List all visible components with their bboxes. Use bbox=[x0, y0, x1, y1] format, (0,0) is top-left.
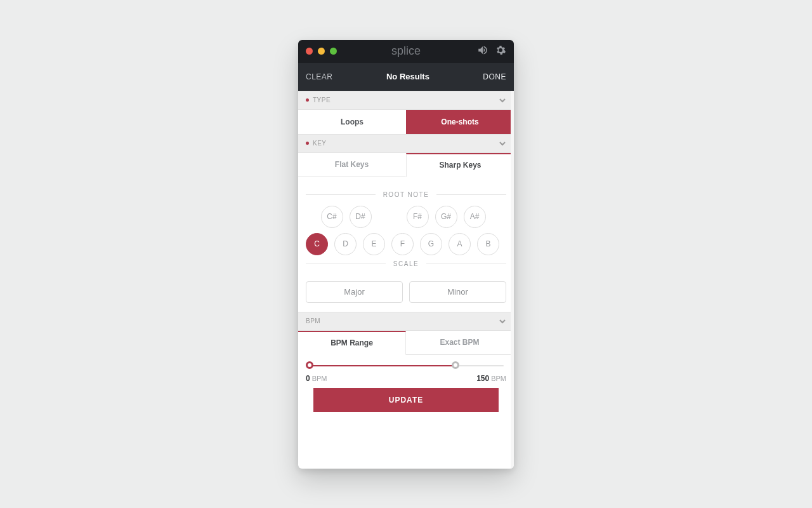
note-a-sharp[interactable]: A# bbox=[464, 206, 486, 228]
done-button[interactable]: DONE bbox=[483, 72, 506, 81]
bpm-slider-area: 0BPM 150BPM UPDATE bbox=[298, 355, 514, 420]
active-indicator-dot bbox=[306, 98, 309, 102]
key-header[interactable]: KEY bbox=[298, 134, 514, 153]
actionbar: CLEAR No Results DONE bbox=[298, 63, 514, 91]
filter-panel: TYPE Loops One-shots KEY Flat Keys Sharp… bbox=[298, 91, 514, 469]
root-note-label: ROOT NOTE bbox=[306, 191, 506, 198]
scale-row: Major Minor bbox=[298, 281, 514, 312]
note-b[interactable]: B bbox=[477, 233, 499, 255]
note-e[interactable]: E bbox=[363, 233, 385, 255]
results-title: No Results bbox=[386, 72, 429, 81]
titlebar: splice bbox=[298, 40, 514, 63]
root-note-area: ROOT NOTE C# D# F# G# A# C D E F G A bbox=[298, 177, 514, 281]
note-d[interactable]: D bbox=[334, 233, 357, 255]
note-c-sharp[interactable]: C# bbox=[321, 206, 343, 228]
active-indicator-dot bbox=[306, 142, 309, 145]
note-d-sharp[interactable]: D# bbox=[350, 206, 372, 228]
tab-bpm-range[interactable]: BPM Range bbox=[298, 331, 406, 355]
note-f[interactable]: F bbox=[391, 233, 414, 255]
minimize-icon[interactable] bbox=[318, 48, 325, 55]
bpm-labels: 0BPM 150BPM bbox=[306, 374, 506, 383]
bpm-min-value: 0 bbox=[306, 374, 310, 383]
bpm-unit: BPM bbox=[312, 375, 327, 382]
bpm-slider[interactable] bbox=[308, 364, 504, 368]
scrollbar[interactable] bbox=[511, 91, 514, 469]
bpm-handle-max[interactable] bbox=[452, 361, 459, 369]
bpm-header[interactable]: BPM bbox=[298, 312, 514, 331]
bpm-tabs: BPM Range Exact BPM bbox=[298, 331, 514, 355]
tab-sharp-keys[interactable]: Sharp Keys bbox=[406, 153, 514, 177]
close-icon[interactable] bbox=[306, 48, 313, 55]
type-option-oneshots[interactable]: One-shots bbox=[406, 110, 514, 134]
bpm-header-label: BPM bbox=[306, 318, 320, 324]
note-g-sharp[interactable]: G# bbox=[435, 206, 457, 228]
clear-button[interactable]: CLEAR bbox=[306, 72, 333, 81]
type-toggle: Loops One-shots bbox=[298, 110, 514, 134]
note-f-sharp[interactable]: F# bbox=[407, 206, 429, 228]
note-g[interactable]: G bbox=[420, 233, 442, 255]
type-option-loops[interactable]: Loops bbox=[298, 110, 406, 134]
update-button[interactable]: UPDATE bbox=[313, 388, 499, 412]
note-spacer bbox=[378, 206, 400, 228]
tab-flat-keys[interactable]: Flat Keys bbox=[298, 153, 406, 177]
note-c[interactable]: C bbox=[306, 233, 328, 255]
app-window: splice CLEAR No Results DONE TYPE Loops … bbox=[298, 40, 514, 469]
type-header[interactable]: TYPE bbox=[298, 91, 514, 110]
type-header-label: TYPE bbox=[313, 97, 331, 104]
scale-label: SCALE bbox=[306, 260, 506, 267]
scale-minor-button[interactable]: Minor bbox=[409, 281, 506, 303]
note-a[interactable]: A bbox=[449, 233, 471, 255]
key-header-label: KEY bbox=[313, 140, 327, 147]
volume-icon[interactable] bbox=[477, 44, 488, 58]
bpm-unit: BPM bbox=[491, 375, 506, 382]
note-grid: C# D# F# G# A# C D E F G A B bbox=[306, 206, 506, 255]
key-tabs: Flat Keys Sharp Keys bbox=[298, 153, 514, 177]
chevron-down-icon bbox=[499, 97, 506, 104]
bpm-max-value: 150 bbox=[476, 374, 489, 383]
scale-major-button[interactable]: Major bbox=[306, 281, 403, 303]
chevron-down-icon bbox=[499, 318, 506, 325]
chevron-down-icon bbox=[499, 140, 506, 147]
tab-exact-bpm[interactable]: Exact BPM bbox=[406, 331, 514, 355]
bpm-handle-min[interactable] bbox=[306, 361, 313, 369]
traffic-lights bbox=[306, 48, 337, 55]
gear-icon[interactable] bbox=[495, 44, 506, 58]
maximize-icon[interactable] bbox=[330, 48, 337, 55]
